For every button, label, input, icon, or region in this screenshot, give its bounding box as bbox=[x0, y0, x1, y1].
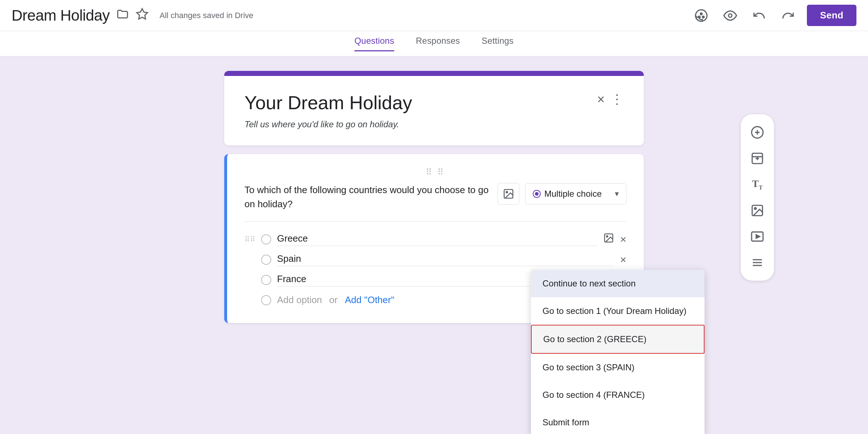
svg-point-4 bbox=[701, 13, 702, 14]
app-header: Dream Holiday All changes saved in Drive bbox=[0, 0, 868, 31]
dropdown-item-4[interactable]: Go to section 4 (FRANCE) bbox=[531, 381, 705, 409]
form-title: Your Dream Holiday bbox=[244, 92, 412, 114]
svg-point-7 bbox=[506, 191, 507, 193]
palette-button[interactable] bbox=[691, 5, 711, 26]
option-image-icon-0[interactable] bbox=[603, 233, 614, 246]
section-dropdown-menu: Continue to next section Go to section 1… bbox=[531, 270, 705, 434]
tab-responses[interactable]: Responses bbox=[416, 36, 460, 51]
question-card: ⠿ ⠿ To which of the following countries … bbox=[224, 154, 644, 323]
add-or-text: or bbox=[329, 294, 337, 306]
option-close-0[interactable]: × bbox=[620, 233, 626, 246]
question-top: To which of the following countries woul… bbox=[244, 183, 626, 211]
tab-questions[interactable]: Questions bbox=[354, 36, 394, 51]
question-text: To which of the following countries woul… bbox=[244, 183, 489, 211]
dropdown-item-3[interactable]: Go to section 3 (SPAIN) bbox=[531, 354, 705, 381]
import-question-button[interactable] bbox=[744, 145, 770, 171]
drag-handle: ⠿ ⠿ bbox=[244, 167, 626, 177]
dropdown-item-2[interactable]: Go to section 2 (GREECE) bbox=[531, 325, 705, 354]
drag-handle-option-0[interactable]: ⠿⠿ bbox=[244, 235, 255, 244]
svg-point-5 bbox=[728, 14, 732, 17]
answer-option-0: ⠿⠿ Greece × bbox=[244, 229, 626, 250]
star-icon[interactable] bbox=[136, 8, 149, 23]
add-video-button[interactable] bbox=[744, 224, 770, 250]
add-image-button[interactable] bbox=[744, 197, 770, 224]
right-sidebar: TT bbox=[741, 114, 774, 281]
option-text-1[interactable]: Spain bbox=[277, 253, 614, 266]
dropdown-item-0[interactable]: Continue to next section bbox=[531, 270, 705, 297]
radio-circle-2 bbox=[261, 275, 271, 285]
add-radio-circle bbox=[261, 295, 271, 305]
tabs-bar: Questions Responses Settings bbox=[0, 31, 868, 56]
tab-settings[interactable]: Settings bbox=[482, 36, 514, 51]
type-label: Multiple choice bbox=[544, 189, 611, 199]
add-title-button[interactable]: TT bbox=[744, 171, 770, 197]
image-add-button[interactable] bbox=[498, 183, 519, 205]
question-type-select[interactable]: Multiple choice ▾ bbox=[525, 183, 626, 204]
option-text-0[interactable]: Greece bbox=[277, 233, 597, 246]
answer-option-1: ⠿⠿ Spain × bbox=[244, 250, 626, 270]
main-content: Your Dream Holiday × ⋮ Tell us where you… bbox=[0, 56, 868, 434]
center-column: Your Dream Holiday × ⋮ Tell us where you… bbox=[224, 71, 644, 420]
form-header-card: Your Dream Holiday × ⋮ Tell us where you… bbox=[224, 71, 644, 145]
app-title: Dream Holiday bbox=[12, 7, 110, 24]
save-status: All changes saved in Drive bbox=[159, 11, 253, 20]
form-header-actions: × ⋮ bbox=[597, 92, 624, 107]
preview-button[interactable] bbox=[720, 5, 740, 26]
header-left: Dream Holiday All changes saved in Drive bbox=[12, 7, 691, 24]
radio-circle-1 bbox=[261, 255, 271, 265]
svg-point-9 bbox=[607, 236, 608, 237]
svg-marker-19 bbox=[756, 235, 760, 238]
send-button[interactable]: Send bbox=[807, 5, 856, 26]
more-icon[interactable]: ⋮ bbox=[610, 92, 624, 107]
form-description: Tell us where you'd like to go on holida… bbox=[244, 119, 624, 129]
question-type-area: Multiple choice ▾ bbox=[498, 183, 626, 205]
radio-circle-0 bbox=[261, 234, 271, 244]
chevron-down-icon: ▾ bbox=[615, 189, 619, 199]
add-other-link[interactable]: Add "Other" bbox=[345, 294, 394, 306]
svg-point-17 bbox=[754, 208, 756, 209]
folder-icon[interactable] bbox=[116, 8, 129, 23]
add-section-button[interactable] bbox=[744, 250, 770, 276]
header-right: Send bbox=[691, 5, 856, 26]
collapse-icon[interactable]: × bbox=[597, 92, 605, 107]
svg-point-3 bbox=[702, 16, 704, 18]
form-header-top: Your Dream Holiday × ⋮ bbox=[244, 92, 624, 114]
undo-button[interactable] bbox=[749, 5, 769, 26]
dropdown-item-5[interactable]: Submit form bbox=[531, 409, 705, 434]
dropdown-item-1[interactable]: Go to section 1 (Your Dream Holiday) bbox=[531, 297, 705, 325]
add-option-text[interactable]: Add option bbox=[277, 294, 322, 306]
option-close-1[interactable]: × bbox=[620, 254, 626, 266]
svg-marker-0 bbox=[137, 9, 148, 19]
radio-icon bbox=[533, 190, 541, 198]
question-divider bbox=[244, 221, 626, 222]
add-question-button[interactable] bbox=[744, 119, 770, 145]
redo-button[interactable] bbox=[778, 5, 798, 26]
